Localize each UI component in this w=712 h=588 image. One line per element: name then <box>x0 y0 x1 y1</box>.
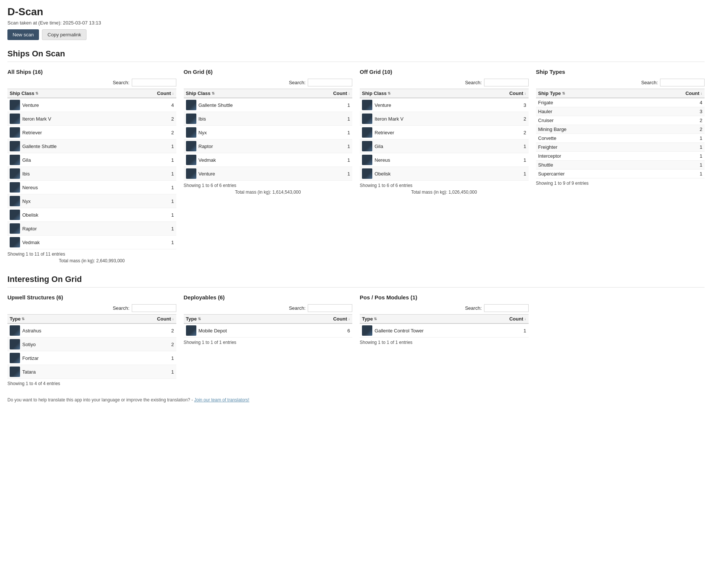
ship-types-section: Ship Types Search: Ship Type⇅ Count↓ Fri… <box>536 69 705 263</box>
table-row: Shuttle 1 <box>536 161 705 170</box>
ship-class-cell: Retriever <box>7 126 127 139</box>
pos-col-count[interactable]: Count↓ <box>487 315 528 324</box>
table-row: Mobile Depot 6 <box>184 323 353 338</box>
all-ships-col-count[interactable]: Count↓ <box>127 89 176 98</box>
off-grid-col-count[interactable]: Count↓ <box>475 89 528 98</box>
type-icon <box>362 325 372 336</box>
table-row: Obelisk 1 <box>7 208 176 222</box>
translator-link[interactable]: Join our team of translators! <box>194 397 249 403</box>
table-row: Nyx 1 <box>184 126 353 139</box>
table-row: Frigate 4 <box>536 98 705 107</box>
upwell-col-type[interactable]: Type⇅ <box>7 315 114 324</box>
scan-time: Scan taken at (Eve time): 2025-03-07 13:… <box>7 20 705 26</box>
table-row: Mining Barge 2 <box>536 125 705 134</box>
on-grid-col-class[interactable]: Ship Class⇅ <box>184 89 303 98</box>
ship-name: Vedmak <box>199 157 216 163</box>
count-cell: 2 <box>127 112 176 126</box>
off-grid-search-input[interactable] <box>484 79 529 86</box>
ship-name: Raptor <box>22 226 37 231</box>
off-grid-col-class[interactable]: Ship Class⇅ <box>360 89 475 98</box>
ship-icon <box>362 127 372 138</box>
ship-icon <box>362 114 372 124</box>
count-cell: 1 <box>127 208 176 222</box>
type-cell: Sotiyo <box>7 338 114 351</box>
all-ships-col-class[interactable]: Ship Class⇅ <box>7 89 127 98</box>
copy-permalink-button[interactable]: Copy permalink <box>42 29 86 40</box>
on-grid-search-input[interactable] <box>308 79 352 86</box>
deployables-search-input[interactable] <box>308 304 352 312</box>
table-row: Nereus 1 <box>360 153 529 167</box>
empty-section <box>536 294 705 386</box>
ship-types-search-input[interactable] <box>660 79 705 86</box>
ship-name: Nyx <box>199 130 207 135</box>
type-cell: Mobile Depot <box>184 323 298 338</box>
ship-name: Iteron Mark V <box>375 116 404 122</box>
count-cell: 2 <box>638 116 705 125</box>
pos-search-input[interactable] <box>484 304 529 312</box>
ship-class-cell: Obelisk <box>7 208 127 222</box>
table-row: Corvette 1 <box>536 134 705 143</box>
on-grid-col-count[interactable]: Count↓ <box>303 89 352 98</box>
pos-col-type[interactable]: Type⇅ <box>360 315 487 324</box>
table-row: Interceptor 1 <box>536 152 705 161</box>
table-row: Ibis 1 <box>184 112 353 126</box>
type-icon <box>10 353 20 363</box>
ship-class-cell: Nyx <box>184 126 303 139</box>
all-ships-section: All Ships (16) Search: Ship Class⇅ Count… <box>7 69 184 263</box>
ship-class-cell: Venture <box>360 98 475 112</box>
type-cell: Fortizar <box>7 351 114 365</box>
ship-icon <box>10 127 20 138</box>
count-cell: 6 <box>298 323 352 338</box>
ship-name: Ibis <box>22 171 30 177</box>
table-row: Raptor 1 <box>184 139 353 153</box>
table-row: Raptor 1 <box>7 222 176 236</box>
count-cell: 3 <box>475 98 528 112</box>
ship-icon <box>362 141 372 151</box>
ship-icon <box>186 114 196 124</box>
count-cell: 2 <box>475 126 528 139</box>
ship-class-cell: Iteron Mark V <box>7 112 127 126</box>
ship-name: Nereus <box>375 157 390 163</box>
type-name-cell: Hauler <box>536 107 638 116</box>
count-cell: 2 <box>127 126 176 139</box>
ship-types-search-label: Search: <box>641 80 658 85</box>
upwell-search-input[interactable] <box>132 304 176 312</box>
count-cell: 1 <box>127 139 176 153</box>
count-cell: 1 <box>638 152 705 161</box>
table-row: Supercarrier 1 <box>536 170 705 178</box>
ship-name: Venture <box>199 171 215 177</box>
ship-icon <box>10 196 20 206</box>
pos-title: Pos / Pos Modules (1) <box>360 294 529 300</box>
table-row: Gila 1 <box>360 139 529 153</box>
type-name: Mobile Depot <box>199 328 227 334</box>
table-row: Ibis 1 <box>7 167 176 181</box>
deployables-col-count[interactable]: Count↓ <box>298 315 352 324</box>
ship-name: Gallente Shuttle <box>22 144 57 149</box>
new-scan-button[interactable]: New scan <box>7 29 39 40</box>
off-grid-title: Off Grid (10) <box>360 69 529 75</box>
ship-class-cell: Vedmak <box>184 153 303 167</box>
count-cell: 1 <box>127 236 176 249</box>
upwell-title: Upwell Structures (6) <box>7 294 176 300</box>
upwell-col-count[interactable]: Count↓ <box>114 315 176 324</box>
deployables-col-type[interactable]: Type⇅ <box>184 315 298 324</box>
ship-icon <box>10 100 20 110</box>
ship-icon <box>186 127 196 138</box>
ship-class-cell: Retriever <box>360 126 475 139</box>
off-grid-search-label: Search: <box>465 80 482 85</box>
ship-class-cell: Nyx <box>7 194 127 208</box>
type-cell: Tatara <box>7 365 114 379</box>
interesting-section-title: Interesting On Grid <box>7 275 705 288</box>
type-icon <box>10 325 20 336</box>
table-row: Venture 4 <box>7 98 176 112</box>
on-grid-title: On Grid (6) <box>184 69 353 75</box>
ship-types-col-count[interactable]: Count↓ <box>638 89 705 98</box>
ship-types-col-type[interactable]: Ship Type⇅ <box>536 89 638 98</box>
all-ships-search-input[interactable] <box>132 79 176 86</box>
count-cell: 1 <box>638 170 705 178</box>
upwell-showing: Showing 1 to 4 of 4 entries <box>7 381 176 386</box>
count-cell: 1 <box>487 323 528 338</box>
deployables-search-label: Search: <box>289 305 306 311</box>
ship-class-cell: Nereus <box>7 181 127 194</box>
page-title: D-Scan <box>7 6 705 18</box>
